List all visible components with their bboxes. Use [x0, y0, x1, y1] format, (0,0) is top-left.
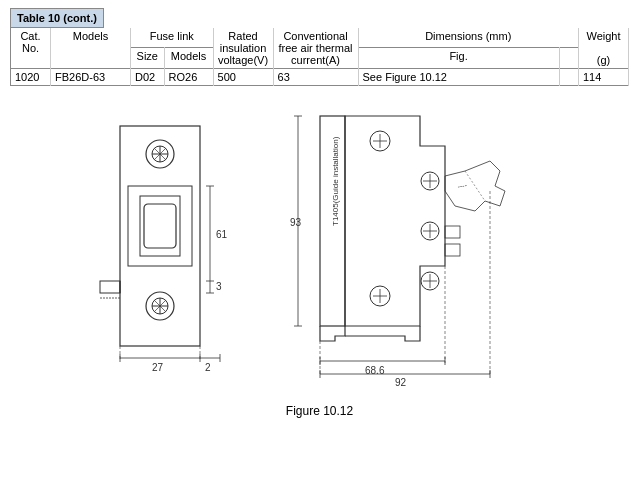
- header-dim-detail: [559, 48, 578, 69]
- header-fuse-size: Size: [131, 48, 165, 69]
- header-models: Models: [51, 28, 131, 69]
- figure-area: 61 3 27 2: [10, 96, 629, 418]
- cell-conv-current: 63: [273, 69, 358, 86]
- svg-rect-49: [445, 244, 460, 256]
- drawings-row: 61 3 27 2: [90, 96, 550, 388]
- dim-93-label: 93: [290, 217, 302, 228]
- header-fig: Fig.: [358, 48, 559, 69]
- cell-dimensions-fig: See Figure 10.12: [358, 69, 559, 86]
- header-fuse-models: Models: [164, 48, 213, 69]
- figure-caption: Figure 10.12: [286, 404, 353, 418]
- svg-rect-9: [144, 204, 176, 248]
- header-fuse-link: Fuse link: [131, 28, 214, 48]
- cell-rated-voltage: 500: [213, 69, 273, 86]
- cell-fuse-models: RO26: [164, 69, 213, 86]
- dim-27-label: 27: [152, 362, 164, 373]
- cell-weight: 114: [579, 69, 629, 86]
- header-weight: Weight(g): [579, 28, 629, 69]
- page-container: Table 10 (cont.) Cat.No. Models Fuse lin…: [0, 0, 639, 502]
- cable-tag-text: ----: [456, 181, 467, 190]
- cell-fuse-size: D02: [131, 69, 165, 86]
- cell-dim-detail: [559, 69, 578, 86]
- svg-rect-10: [100, 281, 120, 293]
- right-drawing: T1405(Guide installation) ---- 93: [290, 96, 550, 388]
- left-drawing: 61 3 27 2: [90, 96, 260, 388]
- dim-61-label: 61: [216, 229, 228, 240]
- table-row: 1020 FB26D-63 D02 RO26 500 63 See Figure…: [11, 69, 629, 86]
- header-conventional: Conventionalfree air thermalcurrent(A): [273, 28, 358, 69]
- table-title: Table 10 (cont.): [10, 8, 104, 28]
- header-dimensions: Dimensions (mm): [358, 28, 578, 48]
- header-cat-no: Cat.No.: [11, 28, 51, 69]
- svg-line-47: [465, 171, 485, 201]
- guide-install-label: T1405(Guide installation): [331, 136, 340, 226]
- data-table: Cat.No. Models Fuse link Ratedinsulation…: [10, 28, 629, 86]
- cell-cat-no: 1020: [11, 69, 51, 86]
- svg-rect-48: [445, 226, 460, 238]
- dim-2-label: 2: [205, 362, 211, 373]
- header-rated: Ratedinsulationvoltage(V): [213, 28, 273, 69]
- cell-models: FB26D-63: [51, 69, 131, 86]
- right-drawing-svg: T1405(Guide installation) ---- 93: [290, 96, 550, 386]
- svg-rect-7: [128, 186, 192, 266]
- dim-92-label: 92: [395, 377, 407, 388]
- left-drawing-svg: 61 3 27 2: [90, 96, 260, 386]
- dim-3-label: 3: [216, 281, 222, 292]
